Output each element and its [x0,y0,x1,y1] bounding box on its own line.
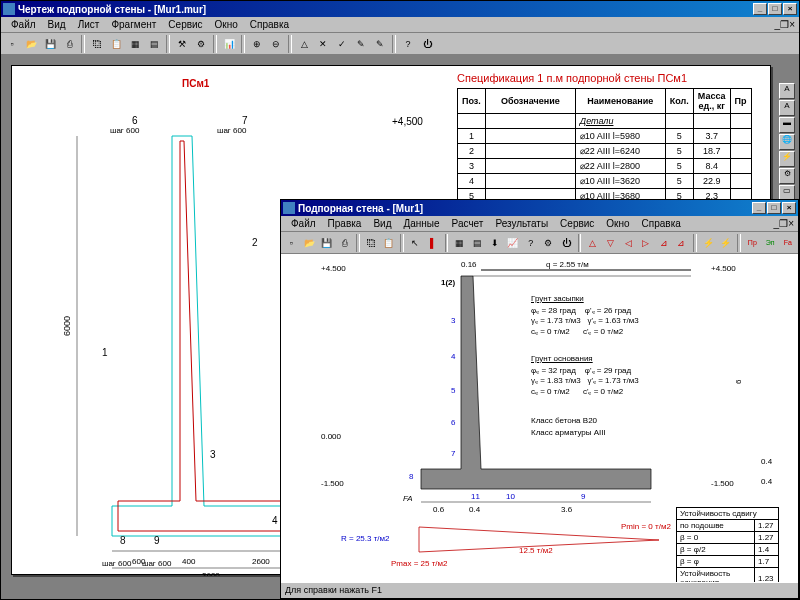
child-close-button[interactable]: × [782,202,796,214]
cmenu-data[interactable]: Данные [397,218,445,229]
pmin-value: Pmin = 0 т/м2 [621,522,671,531]
cmenu-view[interactable]: Вид [367,218,397,229]
svg-text:2: 2 [252,237,258,248]
sidebar-btn-bar[interactable]: ▬ [779,117,795,133]
c-open-icon[interactable]: 📂 [301,234,318,252]
sidebar-btn-globe[interactable]: 🌐 [779,134,795,150]
triangle-icon[interactable]: △ [295,35,313,53]
layers-icon[interactable]: ▤ [145,35,163,53]
child-canvas[interactable]: +4.500 +4.500 0.000 -1.500 -1.500 0.16 q… [281,254,798,582]
spec-hdr-oboz: Обозначение [485,89,575,114]
helpq-icon[interactable]: ? [399,35,417,53]
svg-text:400: 400 [182,557,196,566]
c-ep-icon[interactable]: Эп [762,234,779,252]
c-help2-icon[interactable]: ? [522,234,539,252]
child-window: Подпорная стена - [Mur1] _ □ × Файл Прав… [280,199,799,599]
c-red6-icon[interactable]: ⊿ [673,234,690,252]
sidebar-btn-a[interactable]: A [779,83,795,99]
c-cursor-icon[interactable]: ↖ [407,234,424,252]
menu-sheet[interactable]: Лист [72,19,106,30]
c-save-icon[interactable]: 💾 [318,234,335,252]
open-icon[interactable]: 📂 [22,35,40,53]
svg-text:1: 1 [102,347,108,358]
spec-hdr-pos: Поз. [458,89,486,114]
c-copy-icon[interactable]: ⿻ [363,234,380,252]
check-icon[interactable]: ✓ [333,35,351,53]
c-bolt2-icon[interactable]: ⚡ [717,234,734,252]
paste-icon[interactable]: 📋 [107,35,125,53]
copy-icon[interactable]: ⿻ [88,35,106,53]
cmenu-file[interactable]: Файл [285,218,322,229]
c-red4-icon[interactable]: ▷ [638,234,655,252]
save-icon[interactable]: 💾 [41,35,59,53]
c-exit-icon[interactable]: ⏻ [558,234,575,252]
c-wall-icon[interactable]: ▌ [425,234,442,252]
menu-service[interactable]: Сервис [162,19,208,30]
cross-icon[interactable]: ✕ [314,35,332,53]
table-row: 3⌀22 AIII l=280058.4 [458,159,752,174]
cmenu-results[interactable]: Результаты [489,218,554,229]
zoom-out-icon[interactable]: ⊖ [267,35,285,53]
mdi-close-button[interactable]: × [789,19,795,30]
main-titlebar: Чертеж подпорной стены - [Mur1.mur] _ □ … [1,1,799,17]
menu-fragment[interactable]: Фрагмент [105,19,162,30]
cmenu-calc[interactable]: Расчет [446,218,490,229]
c-paste-icon[interactable]: 📋 [381,234,398,252]
child-mdi-res[interactable]: ❐ [779,218,788,229]
svg-text:3.6: 3.6 [561,505,573,514]
r-value: R = 25.3 т/м2 [341,534,390,543]
maximize-button[interactable]: □ [768,3,782,15]
c-red3-icon[interactable]: ◁ [620,234,637,252]
node-9: 9 [581,492,585,501]
svg-text:6000: 6000 [62,316,72,336]
exit-icon[interactable]: ⏻ [418,35,436,53]
mark2-icon[interactable]: ✎ [371,35,389,53]
menu-help[interactable]: Справка [244,19,295,30]
child-minimize-button[interactable]: _ [752,202,766,214]
c-new-icon[interactable]: ▫ [283,234,300,252]
sidebar-btn-tool[interactable]: ⚙ [779,168,795,184]
step3-label: шаг 600 [102,559,131,568]
cmenu-service[interactable]: Сервис [554,218,600,229]
c-red2-icon[interactable]: ▽ [602,234,619,252]
minimize-button[interactable]: _ [753,3,767,15]
cmenu-edit[interactable]: Правка [322,218,368,229]
c-load-icon[interactable]: ⬇ [487,234,504,252]
c-red5-icon[interactable]: ⊿ [655,234,672,252]
svg-text:0.4: 0.4 [469,505,481,514]
c-gear-icon[interactable]: ⚙ [540,234,557,252]
grid-icon[interactable]: ▦ [126,35,144,53]
c-graph-icon[interactable]: 📈 [505,234,522,252]
c-red1-icon[interactable]: △ [584,234,601,252]
menu-view[interactable]: Вид [42,19,72,30]
chart-icon[interactable]: 📊 [220,35,238,53]
mark-icon[interactable]: ✎ [352,35,370,53]
c-pr-icon[interactable]: Пр [744,234,761,252]
menu-window[interactable]: Окно [209,19,244,30]
c-fa-icon[interactable]: Fa [779,234,796,252]
tool-icon[interactable]: ⚙ [192,35,210,53]
close-button[interactable]: × [783,3,797,15]
hammer-icon[interactable]: ⚒ [173,35,191,53]
zoom-in-icon[interactable]: ⊕ [248,35,266,53]
soil-base-text: φₑ = 32 град φ'ₑ = 29 град γₑ = 1.83 т/м… [531,366,639,397]
menu-file[interactable]: Файл [5,19,42,30]
print-icon[interactable]: ⎙ [60,35,78,53]
child-maximize-button[interactable]: □ [767,202,781,214]
cmenu-window[interactable]: Окно [600,218,635,229]
c-bolt-icon[interactable]: ⚡ [700,234,717,252]
spec-hdr-pr: Пр [730,89,751,114]
sidebar-btn-bolt[interactable]: ⚡ [779,151,795,167]
mdi-restore-button[interactable]: ❐ [780,19,789,30]
c-grid-icon[interactable]: ▦ [451,234,468,252]
sidebar-btn-a2[interactable]: A [779,100,795,116]
c-print-icon[interactable]: ⎙ [336,234,353,252]
c-section-icon[interactable]: ▤ [469,234,486,252]
svg-text:4: 4 [272,515,278,526]
child-mdi-close[interactable]: × [788,218,794,229]
svg-text:0.6: 0.6 [433,505,445,514]
cmenu-help[interactable]: Справка [636,218,687,229]
fa-label: FA [403,494,413,503]
spec-hdr-mass: Масса ед., кг [693,89,730,114]
new-icon[interactable]: ▫ [3,35,21,53]
